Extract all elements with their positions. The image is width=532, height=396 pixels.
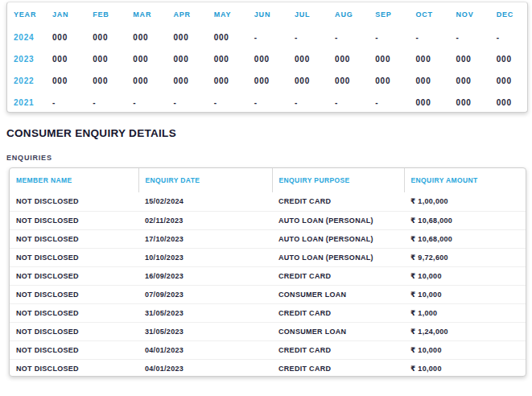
summary-month-value: 000 bbox=[487, 70, 527, 92]
summary-month-value: 000 bbox=[123, 70, 163, 92]
summary-month-value: 000 bbox=[406, 48, 446, 70]
monthly-summary-table: YEARJANFEBMARAPRMAYJUNJULAUGSEPOCTNOVDEC… bbox=[7, 2, 527, 113]
enquiries-card: MEMBER NAMEENQUIRY DATEENQUIRY PURPOSEEN… bbox=[9, 167, 526, 377]
enquiry-purpose: CONSUMER LOAN bbox=[272, 322, 404, 340]
summary-month-value: 000 bbox=[487, 92, 527, 113]
enquiry-row: NOT DISCLOSED02/11/2023AUTO LOAN (PERSON… bbox=[10, 211, 526, 229]
summary-month-value: - bbox=[487, 27, 527, 48]
summary-month-value: 000 bbox=[204, 27, 245, 48]
summary-month-value: 000 bbox=[163, 70, 204, 92]
page-title: CONSUMER ENQUIRY DETAILS bbox=[6, 127, 176, 139]
enquiry-amount: ₹ 9,72,600 bbox=[404, 248, 526, 266]
enquiry-row: NOT DISCLOSED15/02/2024CREDIT CARD₹ 1,00… bbox=[10, 192, 526, 211]
enquiry-purpose: AUTO LOAN (PERSONAL) bbox=[272, 211, 404, 229]
enquiry-date: 07/09/2023 bbox=[138, 285, 272, 303]
summary-year-label: 2022 bbox=[7, 70, 43, 92]
enquiry-date: 31/05/2023 bbox=[138, 322, 272, 340]
summary-month-value: 000 bbox=[163, 27, 204, 48]
enquiry-member-name: NOT DISCLOSED bbox=[10, 266, 138, 285]
summary-month-value: 000 bbox=[406, 92, 446, 113]
summary-month-value: 000 bbox=[43, 27, 83, 48]
enquiry-date: 15/02/2024 bbox=[138, 192, 272, 211]
summary-col-year-header: YEAR bbox=[7, 2, 43, 27]
summary-month-value: - bbox=[325, 92, 365, 113]
enquiry-purpose: CREDIT CARD bbox=[272, 303, 404, 322]
enquiry-amount: ₹ 1,000 bbox=[404, 303, 526, 322]
summary-year-label: 2023 bbox=[7, 48, 43, 70]
summary-month-value: 000 bbox=[447, 92, 487, 113]
enquiry-member-name: NOT DISCLOSED bbox=[10, 303, 138, 322]
enquiry-member-name: NOT DISCLOSED bbox=[10, 285, 138, 303]
summary-col-month-header: SEP bbox=[365, 2, 406, 27]
enquiry-date: 04/01/2023 bbox=[138, 340, 272, 359]
summary-month-value: 000 bbox=[365, 70, 406, 92]
summary-col-month-header: JAN bbox=[43, 2, 83, 27]
summary-month-value: 000 bbox=[325, 70, 365, 92]
summary-row-2023: 2023000000000000000000000000000000000000 bbox=[7, 48, 527, 70]
summary-month-value: 000 bbox=[285, 48, 325, 70]
enquiry-member-name: NOT DISCLOSED bbox=[10, 359, 138, 377]
enquiry-member-name: NOT DISCLOSED bbox=[10, 322, 138, 340]
summary-month-value: 000 bbox=[123, 48, 163, 70]
enquiry-member-name: NOT DISCLOSED bbox=[10, 248, 138, 266]
summary-month-value: - bbox=[285, 92, 325, 113]
enquiry-purpose: CREDIT CARD bbox=[272, 359, 404, 377]
enquiry-member-name: NOT DISCLOSED bbox=[10, 192, 138, 211]
summary-header-row: YEARJANFEBMARAPRMAYJUNJULAUGSEPOCTNOVDEC bbox=[7, 2, 527, 27]
summary-row-2021: 2021---------000000000 bbox=[7, 92, 527, 113]
summary-month-value: 000 bbox=[83, 27, 123, 48]
summary-month-value: 000 bbox=[123, 27, 163, 48]
enquiry-date: 04/01/2023 bbox=[138, 359, 272, 377]
summary-month-value: - bbox=[83, 92, 123, 113]
summary-month-value: 000 bbox=[83, 48, 123, 70]
summary-month-value: - bbox=[204, 92, 245, 113]
summary-month-value: - bbox=[245, 92, 285, 113]
summary-month-value: 000 bbox=[83, 70, 123, 92]
summary-month-value: - bbox=[406, 27, 446, 48]
summary-month-value: 000 bbox=[163, 48, 204, 70]
enquiries-column-header: MEMBER NAME bbox=[10, 168, 138, 192]
enquiries-column-header: ENQUIRY AMOUNT bbox=[404, 168, 526, 192]
enquiries-header-row: MEMBER NAMEENQUIRY DATEENQUIRY PURPOSEEN… bbox=[10, 168, 526, 192]
summary-row-2022: 2022000000000000000000000000000000000000 bbox=[7, 70, 527, 92]
monthly-summary-card: YEARJANFEBMARAPRMAYJUNJULAUGSEPOCTNOVDEC… bbox=[6, 2, 528, 113]
summary-month-value: - bbox=[43, 92, 83, 113]
summary-month-value: - bbox=[447, 27, 487, 48]
enquiry-row: NOT DISCLOSED04/01/2023CREDIT CARD₹ 10,0… bbox=[10, 359, 526, 377]
enquiry-member-name: NOT DISCLOSED bbox=[10, 340, 138, 359]
enquiry-purpose: CREDIT CARD bbox=[272, 266, 404, 285]
enquiry-purpose: CREDIT CARD bbox=[272, 192, 404, 211]
enquiries-table: MEMBER NAMEENQUIRY DATEENQUIRY PURPOSEEN… bbox=[10, 168, 526, 377]
enquiry-amount: ₹ 10,000 bbox=[404, 285, 526, 303]
summary-col-month-header: OCT bbox=[406, 2, 446, 27]
summary-row-2024: 2024000000000000000------- bbox=[7, 27, 527, 48]
enquiry-amount: ₹ 1,24,000 bbox=[404, 322, 526, 340]
summary-month-value: 000 bbox=[325, 48, 365, 70]
summary-month-value: 000 bbox=[447, 48, 487, 70]
enquiry-row: NOT DISCLOSED07/09/2023CONSUMER LOAN₹ 10… bbox=[10, 285, 526, 303]
summary-col-month-header: DEC bbox=[487, 2, 527, 27]
summary-month-value: - bbox=[285, 27, 325, 48]
summary-col-month-header: JUN bbox=[245, 2, 285, 27]
enquiry-amount: ₹ 10,000 bbox=[404, 340, 526, 359]
summary-month-value: 000 bbox=[365, 48, 406, 70]
enquiry-purpose: AUTO LOAN (PERSONAL) bbox=[272, 229, 404, 248]
summary-month-value: 000 bbox=[204, 70, 245, 92]
summary-month-value: 000 bbox=[487, 48, 527, 70]
summary-col-month-header: MAY bbox=[204, 2, 245, 27]
enquiry-date: 02/11/2023 bbox=[138, 211, 272, 229]
summary-month-value: - bbox=[365, 92, 406, 113]
enquiry-purpose: AUTO LOAN (PERSONAL) bbox=[272, 248, 404, 266]
summary-col-month-header: JUL bbox=[285, 2, 325, 27]
summary-month-value: 000 bbox=[447, 70, 487, 92]
summary-month-value: 000 bbox=[204, 48, 245, 70]
summary-month-value: - bbox=[245, 27, 285, 48]
enquiry-amount: ₹ 10,68,000 bbox=[404, 211, 526, 229]
enquiry-member-name: NOT DISCLOSED bbox=[10, 211, 138, 229]
enquiry-row: NOT DISCLOSED04/01/2023CREDIT CARD₹ 10,0… bbox=[10, 340, 526, 359]
enquiry-amount: ₹ 10,000 bbox=[404, 266, 526, 285]
enquiry-row: NOT DISCLOSED10/10/2023AUTO LOAN (PERSON… bbox=[10, 248, 526, 266]
enquiry-amount: ₹ 1,00,000 bbox=[404, 192, 526, 211]
enquiry-amount: ₹ 10,000 bbox=[404, 359, 526, 377]
enquiry-date: 16/09/2023 bbox=[138, 266, 272, 285]
